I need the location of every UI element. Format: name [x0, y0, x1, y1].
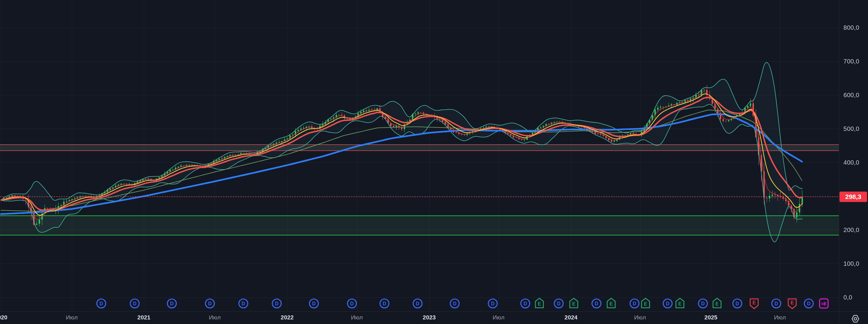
svg-text:D: D [736, 301, 739, 306]
svg-text:D: D [382, 301, 386, 306]
earnings-marker-green[interactable]: E [534, 298, 544, 311]
dividend-icon: D [662, 298, 673, 309]
svg-text:E: E [572, 301, 576, 306]
dividend-marker[interactable]: D [309, 298, 319, 310]
svg-text:D: D [701, 301, 705, 306]
price-tick-label: 500,0 [843, 125, 860, 132]
dividend-marker[interactable]: D [698, 298, 708, 310]
time-tick-month: Июл [774, 314, 786, 321]
dividend-marker[interactable]: D [379, 298, 390, 310]
earnings-up-icon: E [569, 298, 579, 309]
dividend-marker[interactable]: D [732, 298, 743, 310]
svg-text:D: D [170, 301, 174, 306]
dividend-icon: D [629, 298, 640, 309]
price-tick-label: 800,0 [843, 24, 860, 31]
dividend-marker[interactable]: D [96, 298, 106, 310]
svg-text:D: D [491, 301, 495, 306]
dividend-marker[interactable]: D [771, 298, 781, 310]
time-tick-month: Июл [66, 314, 78, 321]
earnings-down-icon: E [787, 298, 797, 309]
earnings-marker-green[interactable]: E [606, 298, 616, 311]
earnings-up-icon: E [606, 298, 616, 309]
svg-text:D: D [99, 301, 103, 306]
time-tick-year: 2024 [564, 314, 578, 321]
dividend-icon: D [205, 298, 215, 309]
dividend-marker[interactable]: D [347, 298, 357, 310]
earnings-marker-green[interactable]: E [675, 298, 685, 311]
time-tick-month: Июл [351, 314, 363, 321]
earnings-marker-upcoming[interactable]: ≈E [818, 298, 829, 310]
price-tick-label: 600,0 [843, 92, 860, 99]
dividend-marker[interactable]: D [450, 298, 460, 310]
svg-text:E: E [610, 301, 613, 306]
dividend-marker[interactable]: D [166, 298, 177, 310]
axis-settings-gear-icon[interactable] [850, 314, 861, 323]
price-tick-label: 100,0 [843, 260, 860, 267]
dividend-marker[interactable]: D [629, 298, 640, 310]
dividend-icon: D [309, 298, 319, 309]
svg-text:D: D [133, 301, 136, 306]
time-axis[interactable]: 2020Июл2021Июл2022Июл2023Июл2024Июл2025И… [0, 312, 839, 324]
earnings-marker-green[interactable]: E [569, 298, 579, 311]
dividend-icon: D [732, 298, 743, 309]
earnings-up-icon: E [641, 298, 650, 309]
svg-text:D: D [275, 301, 279, 306]
svg-text:D: D [416, 301, 420, 306]
svg-text:D: D [350, 301, 354, 306]
svg-text:D: D [595, 301, 598, 306]
price-tick-label: 200,0 [843, 227, 860, 234]
svg-text:E: E [753, 300, 756, 305]
svg-text:D: D [666, 301, 670, 306]
price-tick-label: 0,0 [843, 294, 852, 301]
dividend-marker[interactable]: D [520, 298, 530, 310]
earnings-up-icon: E [675, 298, 685, 309]
last-price-label: 298,3 [845, 193, 862, 200]
dividend-icon: D [698, 298, 708, 309]
dividend-icon: D [347, 298, 357, 309]
svg-text:E: E [644, 301, 647, 306]
trading-chart-window: DDDDDDDDDDDDDDDDDDDDDEEEEEEEE≈E 800,0700… [0, 0, 868, 324]
dividend-marker[interactable]: D [804, 298, 814, 310]
dividend-icon: D [166, 298, 177, 309]
dividend-marker[interactable]: D [662, 298, 673, 310]
svg-text:E: E [678, 301, 682, 306]
dividend-marker[interactable]: D [129, 298, 140, 310]
earnings-marker-green[interactable]: E [712, 298, 722, 311]
time-tick-year: 2025 [705, 314, 717, 321]
dividend-icon: D [591, 298, 602, 309]
dividend-icon: D [129, 298, 140, 309]
price-chart-canvas[interactable] [0, 0, 868, 324]
dividend-marker[interactable]: D [238, 298, 249, 310]
time-tick-year: 2021 [137, 314, 150, 321]
earnings-up-icon: E [712, 298, 722, 309]
dividend-icon: D [771, 298, 781, 309]
dividend-marker[interactable]: D [488, 298, 498, 310]
price-axis[interactable]: 800,0700,0600,0500,0400,0200,0100,00,0 [839, 0, 868, 312]
time-tick-year: 2023 [423, 314, 436, 321]
dividend-icon: D [238, 298, 249, 309]
svg-text:E: E [715, 301, 719, 306]
svg-text:D: D [453, 301, 457, 306]
svg-text:E: E [538, 301, 541, 306]
last-price-badge: 298,3 [839, 192, 867, 202]
gear-glyph [851, 315, 860, 323]
dividend-marker[interactable]: D [272, 298, 282, 310]
earnings-marker-red[interactable]: E [787, 298, 797, 311]
dividend-icon: D [272, 298, 282, 309]
svg-text:D: D [774, 301, 778, 306]
dividend-marker[interactable]: D [554, 298, 564, 310]
earnings-marker-red[interactable]: E [749, 298, 759, 311]
earnings-up-icon: E [534, 298, 544, 309]
svg-text:D: D [557, 301, 561, 306]
dividend-marker[interactable]: D [591, 298, 602, 310]
dividend-icon: D [379, 298, 390, 309]
time-tick-year: 2020 [0, 314, 7, 321]
earnings-marker-green[interactable]: E [641, 298, 650, 311]
dividend-marker[interactable]: D [412, 298, 423, 310]
svg-text:D: D [807, 301, 811, 306]
price-tick-label: 400,0 [843, 159, 860, 166]
dividend-marker[interactable]: D [205, 298, 215, 310]
svg-text:≈E: ≈E [821, 301, 827, 306]
dividend-icon: D [412, 298, 423, 309]
dividend-icon: D [804, 298, 814, 309]
